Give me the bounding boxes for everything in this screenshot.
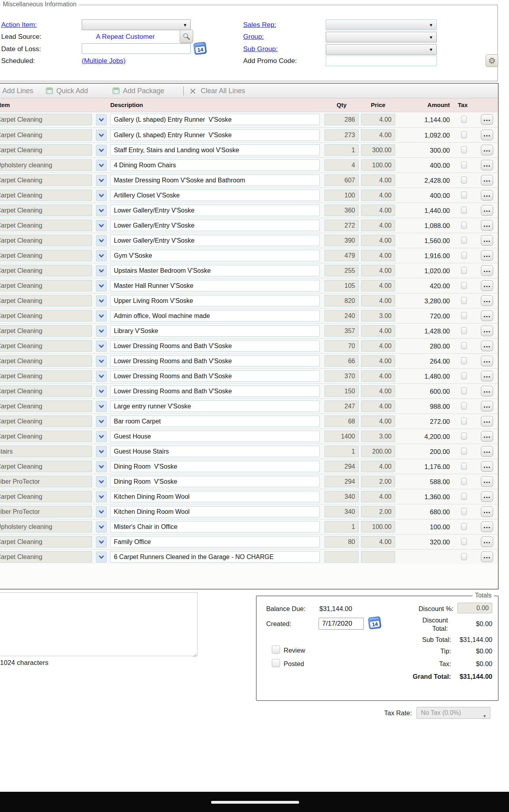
- group-link[interactable]: Group:: [243, 33, 264, 41]
- tax-checkbox[interactable]: [461, 282, 467, 289]
- line-more-button[interactable]: …: [481, 220, 493, 231]
- item-input[interactable]: [0, 235, 92, 246]
- review-checkbox[interactable]: [272, 645, 280, 654]
- sub-group-link[interactable]: Sub Group:: [243, 45, 278, 53]
- qty-input[interactable]: [325, 461, 359, 472]
- description-input[interactable]: [110, 144, 320, 156]
- tax-checkbox[interactable]: [461, 538, 467, 545]
- description-input[interactable]: [110, 355, 320, 367]
- item-input[interactable]: [0, 461, 92, 472]
- line-more-button[interactable]: …: [481, 491, 493, 502]
- qty-input[interactable]: [325, 416, 359, 427]
- item-dropdown-button[interactable]: [96, 416, 107, 427]
- line-more-button[interactable]: …: [481, 371, 493, 381]
- description-input[interactable]: [110, 174, 320, 186]
- item-input[interactable]: [0, 385, 92, 397]
- price-input[interactable]: [361, 265, 395, 276]
- line-more-button[interactable]: …: [481, 552, 493, 562]
- line-more-button[interactable]: …: [481, 295, 493, 306]
- qty-input[interactable]: [325, 310, 359, 322]
- price-input[interactable]: [361, 174, 395, 186]
- action-item-link[interactable]: Action Item:: [1, 21, 37, 29]
- item-input[interactable]: [0, 446, 92, 457]
- item-dropdown-button[interactable]: [96, 205, 107, 216]
- tax-checkbox[interactable]: [461, 131, 467, 138]
- description-input[interactable]: [110, 295, 320, 306]
- price-input[interactable]: [361, 521, 395, 532]
- tax-checkbox[interactable]: [461, 508, 467, 515]
- item-input[interactable]: [0, 536, 92, 548]
- tax-checkbox[interactable]: [461, 267, 467, 274]
- item-dropdown-button[interactable]: [96, 431, 107, 442]
- qty-input[interactable]: [325, 114, 359, 125]
- line-more-button[interactable]: …: [481, 250, 493, 261]
- item-dropdown-button[interactable]: [96, 401, 107, 412]
- price-input[interactable]: [361, 280, 395, 291]
- price-input[interactable]: [361, 205, 395, 216]
- created-date-input[interactable]: [319, 618, 364, 630]
- item-input[interactable]: [0, 416, 92, 427]
- price-input[interactable]: [361, 129, 395, 141]
- description-input[interactable]: [110, 220, 320, 231]
- line-more-button[interactable]: …: [481, 190, 493, 201]
- item-dropdown-button[interactable]: [96, 536, 107, 548]
- qty-input[interactable]: [325, 446, 359, 457]
- tax-checkbox[interactable]: [461, 493, 467, 500]
- item-dropdown-button[interactable]: [96, 310, 107, 322]
- line-more-button[interactable]: …: [481, 235, 493, 246]
- item-input[interactable]: [0, 265, 92, 276]
- tax-checkbox[interactable]: [461, 523, 467, 530]
- qty-input[interactable]: [325, 536, 359, 548]
- qty-input[interactable]: [325, 280, 359, 291]
- item-dropdown-button[interactable]: [96, 235, 107, 246]
- qty-input[interactable]: [325, 205, 359, 216]
- item-input[interactable]: [0, 325, 92, 337]
- line-more-button[interactable]: …: [481, 130, 493, 140]
- price-input[interactable]: [361, 461, 395, 472]
- item-input[interactable]: [0, 370, 92, 382]
- price-input[interactable]: [361, 506, 395, 517]
- item-dropdown-button[interactable]: [96, 552, 107, 563]
- line-more-button[interactable]: …: [481, 506, 493, 517]
- scheduled-multiple-jobs-link[interactable]: (Multiple Jobs): [82, 57, 126, 65]
- clear-all-lines-button[interactable]: Clear All Lines: [201, 87, 245, 95]
- qty-input[interactable]: [325, 385, 359, 397]
- tax-checkbox[interactable]: [461, 478, 467, 485]
- item-input[interactable]: [0, 340, 92, 352]
- qty-input[interactable]: [325, 400, 359, 412]
- description-input[interactable]: [110, 114, 320, 125]
- tax-checkbox[interactable]: [461, 312, 467, 319]
- price-input[interactable]: [361, 295, 395, 306]
- price-input[interactable]: [361, 476, 395, 487]
- item-dropdown-button[interactable]: [96, 326, 107, 337]
- date-of-loss-input[interactable]: [82, 43, 191, 54]
- lead-source-search-button[interactable]: [180, 30, 193, 43]
- item-dropdown-button[interactable]: [96, 145, 107, 156]
- item-input[interactable]: [0, 190, 92, 201]
- sales-rep-select[interactable]: ▼: [326, 19, 437, 30]
- item-dropdown-button[interactable]: [96, 521, 107, 532]
- item-dropdown-button[interactable]: [96, 386, 107, 397]
- line-more-button[interactable]: …: [481, 356, 493, 366]
- add-promo-code-input[interactable]: [326, 56, 437, 66]
- item-dropdown-button[interactable]: [96, 356, 107, 367]
- item-dropdown-button[interactable]: [96, 476, 107, 487]
- line-more-button[interactable]: …: [481, 326, 493, 336]
- description-input[interactable]: [110, 265, 320, 276]
- item-dropdown-button[interactable]: [96, 280, 107, 291]
- item-dropdown-button[interactable]: [96, 265, 107, 276]
- item-dropdown-button[interactable]: [96, 160, 107, 171]
- discount-pct-input[interactable]: [457, 603, 492, 613]
- qty-input[interactable]: [325, 521, 359, 532]
- tax-checkbox[interactable]: [461, 192, 467, 199]
- price-input[interactable]: [361, 220, 395, 231]
- action-item-select[interactable]: ▼: [82, 19, 191, 30]
- item-input[interactable]: [0, 491, 92, 502]
- line-more-button[interactable]: …: [481, 461, 493, 472]
- price-input[interactable]: [361, 235, 395, 246]
- line-more-button[interactable]: …: [481, 205, 493, 216]
- description-input[interactable]: [110, 416, 320, 427]
- price-input[interactable]: [361, 190, 395, 201]
- price-input[interactable]: [361, 491, 395, 502]
- item-input[interactable]: [0, 159, 92, 171]
